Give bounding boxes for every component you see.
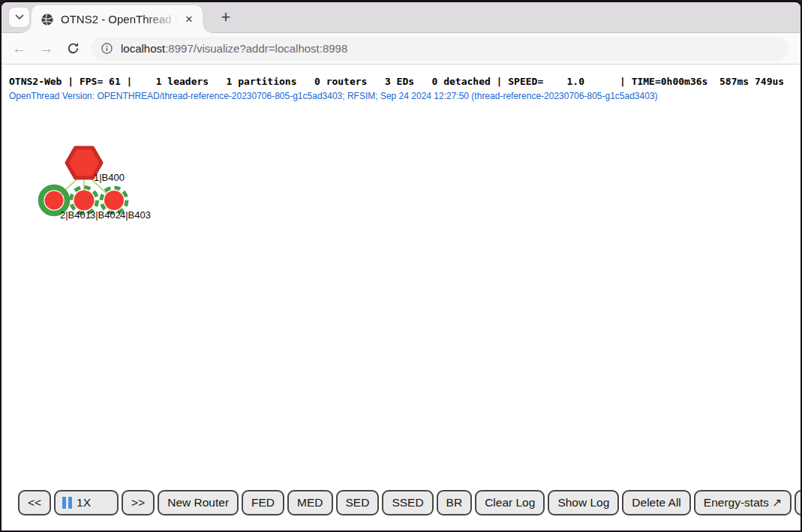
- node-label-1: 1|B400: [94, 172, 125, 183]
- forward-button[interactable]: →: [39, 41, 53, 56]
- fed-button[interactable]: FED: [242, 490, 284, 515]
- chevron-down-icon: [15, 14, 24, 20]
- speed-up-button[interactable]: >>: [122, 490, 155, 515]
- energy-stats-button[interactable]: Energy-stats ↗: [694, 490, 791, 515]
- ssed-button[interactable]: SSED: [382, 490, 433, 515]
- openthread-version-line: OpenThread Version: OPENTHREAD/thread-re…: [9, 91, 658, 101]
- med-button[interactable]: MED: [287, 490, 332, 515]
- br-button[interactable]: BR: [437, 490, 473, 515]
- clear-log-button[interactable]: Clear Log: [475, 490, 545, 515]
- network-canvas: 1|B400 2|B401 3|B402 4|B403: [2, 140, 182, 230]
- node-stats-button[interactable]: Node-stats ↗: [794, 490, 802, 515]
- node-label-2: 2|B401: [60, 209, 91, 221]
- reload-icon: [66, 41, 80, 56]
- browser-toolbar: ← → localhost:8997/visualize?addr=localh…: [2, 33, 800, 65]
- address-bar[interactable]: localhost:8997/visualize?addr=localhost:…: [91, 37, 788, 61]
- node-label-3: 3|B402: [90, 209, 121, 221]
- url-path: :8997/visualize?addr=localhost:8998: [165, 42, 347, 55]
- url-text: localhost:8997/visualize?addr=localhost:…: [121, 42, 347, 55]
- page-content: OTNS2-Web | FPS= 61 | 1 leaders 1 partit…: [2, 65, 800, 530]
- pause-icon: [62, 497, 72, 509]
- delete-all-button[interactable]: Delete All: [622, 490, 690, 515]
- show-log-button[interactable]: Show Log: [548, 490, 619, 515]
- speed-down-button[interactable]: <<: [18, 490, 51, 515]
- tab-close-icon[interactable]: ×: [182, 11, 197, 27]
- node-label-4: 4|B403: [120, 209, 151, 221]
- site-info-icon[interactable]: [101, 42, 113, 55]
- tab-otns2[interactable]: OTNS2 - OpenThread Ne ×: [32, 5, 203, 33]
- pause-speed-button[interactable]: 1X: [54, 490, 119, 515]
- action-toolbar: << 1X >> New Router FED MED SED SSED BR …: [18, 490, 802, 515]
- url-host: localhost: [121, 42, 165, 55]
- speed-label: 1X: [77, 496, 91, 509]
- browser-window: OTNS2 - OpenThread Ne × + ← → localhost:…: [0, 0, 802, 532]
- reload-button[interactable]: [66, 41, 80, 56]
- tab-bar: OTNS2 - OpenThread Ne × +: [2, 2, 800, 33]
- new-router-button[interactable]: New Router: [158, 490, 239, 515]
- sed-button[interactable]: SED: [336, 490, 380, 515]
- simulation-status-line: OTNS2-Web | FPS= 61 | 1 leaders 1 partit…: [9, 76, 784, 87]
- tab-title: OTNS2 - OpenThread Ne: [61, 13, 182, 26]
- globe-favicon-icon: [41, 13, 54, 26]
- new-tab-button[interactable]: +: [215, 5, 237, 29]
- back-button[interactable]: ←: [12, 41, 26, 56]
